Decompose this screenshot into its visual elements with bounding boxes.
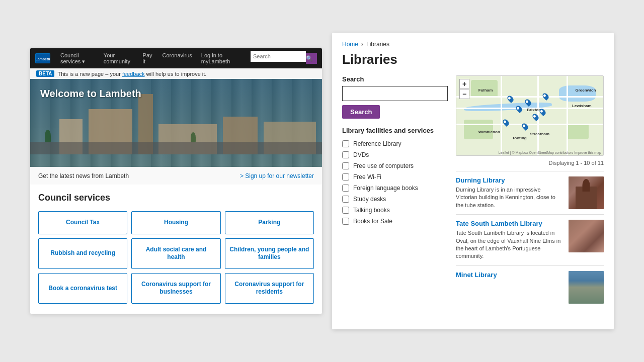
checkbox-free-wifi[interactable]: Free Wi-Fi [342, 173, 448, 180]
map-label-streatham: Streatham [530, 132, 549, 136]
beta-bar: BETA This is a new page – your feedback … [30, 68, 322, 79]
map-label-lewisham: Lewisham [572, 104, 592, 108]
thumb-tate-image [569, 220, 604, 252]
checkbox-books-for-sale[interactable]: Books for Sale [342, 218, 448, 225]
map-zoom-controls: + − [459, 79, 469, 99]
nav-search-button[interactable]: 🔍 [306, 53, 317, 64]
nav-links: Council services ▾ Your community Pay it… [56, 52, 245, 65]
service-covid-residents[interactable]: Coronavirus support for residents [225, 273, 314, 304]
checkbox-talking-books[interactable]: Talking books [342, 207, 448, 214]
search-filter-col: Search Search Library facilities and ser… [342, 75, 448, 309]
service-children[interactable]: Children, young people and families [225, 238, 314, 269]
service-adult-social-care[interactable]: Adult social care and health [131, 238, 220, 269]
page-title: Libraries [342, 52, 604, 67]
result-tate-library: Tate South Lambeth Library Tate South La… [456, 214, 604, 265]
checkbox-reference-library-input[interactable] [342, 140, 349, 147]
thumb-durning-image [569, 176, 604, 209]
map-label-brixton: Brixton [527, 108, 541, 112]
checkbox-dvds-input[interactable] [342, 151, 349, 158]
checkbox-free-computers[interactable]: Free use of computers [342, 162, 448, 169]
services-grid: Council Tax Housing Parking Rubbish and … [38, 211, 314, 304]
service-council-tax[interactable]: Council Tax [38, 211, 127, 234]
left-panel: Lambeth Council services ▾ Your communit… [30, 48, 322, 314]
checkbox-foreign-language-input[interactable] [342, 185, 349, 192]
thumb-minet-image [569, 271, 604, 304]
service-parking[interactable]: Parking [225, 211, 314, 234]
hero-section: Welcome to Lambeth [30, 79, 322, 167]
nav-your-community[interactable]: Your community [100, 52, 138, 65]
nav-login[interactable]: Log in to myLambeth [197, 52, 245, 65]
nav-search: 🔍 [251, 51, 317, 66]
service-rubbish[interactable]: Rubbish and recycling [38, 238, 127, 269]
nav-search-input[interactable] [251, 51, 306, 62]
beta-badge: BETA [36, 70, 54, 77]
result-tate-info: Tate South Lambeth Library Tate South La… [456, 220, 564, 260]
search-label: Search [342, 75, 448, 83]
lambeth-logo-icon: Lambeth [35, 53, 50, 63]
map-park-3 [567, 124, 589, 140]
nav-pay-it[interactable]: Pay it [139, 52, 157, 65]
two-col-layout: Search Search Library facilities and ser… [342, 75, 604, 309]
checkbox-study-desks-input[interactable] [342, 196, 349, 203]
checkbox-study-desks-label: Study desks [353, 196, 386, 203]
map-results-col: Fulham Brixton Wimbledon Streatham Green… [456, 75, 604, 309]
map-label-wimbledon: Wimbledon [478, 130, 500, 134]
newsletter-text: Get the latest news from Lambeth [38, 172, 129, 179]
map-zoom-out-button[interactable]: − [459, 89, 469, 99]
checkbox-talking-books-input[interactable] [342, 207, 349, 214]
checkbox-free-wifi-input[interactable] [342, 173, 349, 180]
checkbox-study-desks[interactable]: Study desks [342, 196, 448, 203]
library-search-input[interactable] [342, 86, 448, 101]
service-covid-business[interactable]: Coronavirus support for businesses [131, 273, 220, 304]
result-durning-info: Durning Library Durning Library is in an… [456, 176, 564, 209]
breadcrumb-separator: › [361, 41, 363, 48]
result-tate-thumbnail [569, 220, 604, 252]
result-durning-library: Durning Library Durning Library is in an… [456, 171, 604, 214]
service-covid-test[interactable]: Book a coronavirus test [38, 273, 127, 304]
breadcrumb: Home › Libraries [342, 41, 604, 48]
council-services-section: Council services Council Tax Housing Par… [30, 185, 322, 314]
right-panel: Home › Libraries Libraries Search Search… [332, 33, 614, 329]
breadcrumb-current: Libraries [366, 41, 389, 48]
checkbox-dvds[interactable]: DVDs [342, 151, 448, 158]
checkbox-books-for-sale-input[interactable] [342, 218, 349, 225]
checkbox-books-for-sale-label: Books for Sale [353, 218, 392, 225]
service-housing[interactable]: Housing [131, 211, 220, 234]
library-search-button[interactable]: Search [342, 105, 380, 119]
map-zoom-in-button[interactable]: + [459, 79, 469, 89]
svg-text:Lambeth: Lambeth [36, 57, 50, 61]
facilities-title: Library facilities and services [342, 127, 448, 135]
facilities-checkbox-list: Reference Library DVDs Free use of compu… [342, 140, 448, 225]
checkbox-free-computers-input[interactable] [342, 162, 349, 169]
beta-feedback-link[interactable]: feedback [122, 71, 145, 77]
checkbox-free-wifi-label: Free Wi-Fi [353, 173, 381, 180]
map-container[interactable]: Fulham Brixton Wimbledon Streatham Green… [456, 75, 604, 156]
checkbox-foreign-language-label: Foreign language books [353, 185, 418, 192]
nav-logo: Lambeth [35, 53, 50, 63]
checkbox-foreign-language[interactable]: Foreign language books [342, 185, 448, 192]
newsletter-bar: Get the latest news from Lambeth Sign up… [30, 167, 322, 185]
nav-bar: Lambeth Council services ▾ Your communit… [30, 48, 322, 68]
checkbox-free-computers-label: Free use of computers [353, 162, 414, 169]
map-attribution: Leaflet | © Mapbox OpenStreetMap contrib… [499, 151, 601, 154]
council-services-title: Council services [38, 193, 314, 203]
checkbox-reference-library[interactable]: Reference Library [342, 140, 448, 147]
result-tate-desc: Tate South Lambeth Library is located in… [456, 229, 564, 260]
result-minet-thumbnail [569, 271, 604, 304]
result-minet-info: Minet Library [456, 271, 564, 304]
breadcrumb-home[interactable]: Home [342, 41, 358, 48]
nav-coronavirus[interactable]: Coronavirus [158, 52, 196, 65]
beta-message: This is a new page – your feedback will … [57, 71, 206, 77]
map-label-tooting: Tooting [512, 136, 527, 140]
result-durning-thumbnail [569, 176, 604, 209]
newsletter-link[interactable]: Sign up for our newsletter [240, 172, 314, 179]
result-tate-title[interactable]: Tate South Lambeth Library [456, 220, 564, 227]
result-durning-title[interactable]: Durning Library [456, 176, 564, 184]
checkbox-reference-library-label: Reference Library [353, 140, 401, 147]
result-minet-title[interactable]: Minet Library [456, 271, 564, 279]
displaying-count: Displaying 1 - 10 of 11 [456, 160, 604, 166]
nav-council-services[interactable]: Council services ▾ [56, 52, 99, 65]
result-durning-desc: Durning Library is in an impressive Vict… [456, 186, 564, 209]
hero-title: Welcome to Lambeth [40, 88, 141, 100]
checkbox-talking-books-label: Talking books [353, 207, 390, 214]
